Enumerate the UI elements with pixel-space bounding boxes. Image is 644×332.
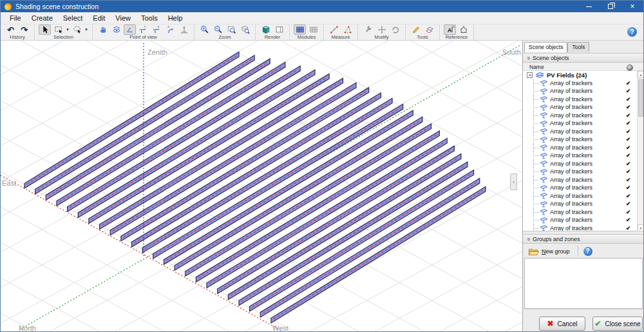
tracker-row[interactable] [142,99,392,253]
tree-item-array-of-trackers[interactable]: Array of trackers✔ [523,112,644,120]
close-button[interactable]: × [621,1,643,12]
zoom-all-button[interactable] [239,24,251,35]
objects-button[interactable] [423,24,435,35]
tree-item-array-of-trackers[interactable]: Array of trackers✔ [523,79,644,88]
tree-item-array-of-trackers[interactable]: Array of trackers✔ [523,144,644,152]
tree-item-array-of-trackers[interactable]: Array of trackers✔ [523,119,644,128]
visibility-check-icon[interactable]: ✔ [626,168,630,175]
tree-item-array-of-trackers[interactable]: Array of trackers✔ [523,135,644,144]
tree-item-array-of-trackers[interactable]: Array of trackers✔ [523,128,644,136]
rotate-object-button[interactable] [389,24,401,35]
tree-item-array-of-trackers[interactable]: Array of trackers✔ [523,87,644,95]
menu-select[interactable]: Select [58,13,88,23]
elevation-view-button[interactable] [178,24,190,35]
visibility-check-icon[interactable]: ✔ [626,96,630,103]
visibility-check-icon[interactable]: ✔ [626,217,630,223]
minimize-button[interactable] [578,1,600,12]
rotate-zy-button[interactable]: ZY [164,24,176,35]
groups-and-zones-header[interactable]: » Groups and zones [523,234,644,244]
menu-tools[interactable]: Tools [136,13,163,23]
visibility-check-icon[interactable]: ✔ [626,161,630,167]
visibility-check-icon[interactable]: ✔ [626,152,630,159]
rect-select-button[interactable] [52,24,64,35]
collapse-minus-icon[interactable] [527,72,533,78]
groups-help-icon[interactable]: ? [583,247,592,256]
visibility-check-icon[interactable]: ✔ [626,136,630,142]
visibility-check-icon[interactable]: ✔ [626,184,630,191]
pointer-button[interactable] [39,24,51,35]
menu-edit[interactable]: Edit [88,13,110,23]
scene-3d-canvas[interactable]: ZenithSouthEastNorthWest [1,41,522,332]
tree-item-array-of-trackers[interactable]: Array of trackers✔ [523,216,644,224]
visibility-check-icon[interactable]: ✔ [626,144,630,151]
building-reference-button[interactable] [457,24,469,35]
visibility-check-icon[interactable]: ✔ [626,209,630,215]
modules-off-button[interactable] [307,24,319,35]
visibility-check-icon[interactable]: ✔ [626,80,630,86]
visibility-check-icon[interactable]: ✔ [626,112,630,119]
visibility-check-icon[interactable]: ✔ [626,225,630,231]
visibility-check-icon[interactable]: ✔ [626,88,630,94]
groups-list-area[interactable] [524,258,643,309]
tree-item-array-of-trackers[interactable]: Array of trackers✔ [523,224,644,232]
axes-view-button[interactable] [124,24,136,35]
wrench-button[interactable] [362,24,374,35]
menu-view[interactable]: View [110,13,136,23]
modules-on-button[interactable] [294,24,306,35]
measure-angle-button[interactable] [341,24,354,35]
new-group-button[interactable]: New group [523,246,573,257]
scrollbar-thumb[interactable] [638,79,643,117]
rotate-xy-button[interactable]: xY [137,24,149,35]
tree-item-array-of-trackers[interactable]: Array of trackers✔ [523,184,644,192]
north-reference-button[interactable]: AN [444,24,456,35]
menu-create[interactable]: Create [26,13,58,23]
visibility-column-icon[interactable] [627,64,633,71]
render-plane-button[interactable] [273,24,285,35]
scroll-up-icon[interactable]: ▲ [638,71,644,78]
tab-tools[interactable]: Tools [567,42,589,52]
tree-item-pv-fields[interactable]: PV Fields (24) [523,71,644,79]
scroll-down-icon[interactable]: ▼ [638,224,644,231]
cancel-button[interactable]: ✖ Cancel [539,317,585,331]
sidebar-collapse-button[interactable]: › [510,173,517,190]
scene-3d-viewport[interactable]: ZenithSouthEastNorthWest [1,41,522,332]
menu-help[interactable]: Help [163,13,188,23]
undo-button[interactable]: ↶ [5,24,17,35]
visibility-check-icon[interactable]: ✔ [626,193,630,199]
pan-hand-button[interactable] [97,24,109,35]
tree-item-array-of-trackers[interactable]: Array of trackers✔ [523,176,644,184]
scene-objects-header[interactable]: » Scene objects [523,53,644,63]
move-button[interactable] [375,24,388,35]
orbit-view-button[interactable] [110,24,122,35]
tree-item-array-of-trackers[interactable]: Array of trackers✔ [523,200,644,208]
tree-item-array-of-trackers[interactable]: Array of trackers✔ [523,103,644,112]
measure-distance-button[interactable] [328,24,340,35]
lasso-select-button[interactable] [71,24,83,35]
menu-file[interactable]: File [5,13,26,23]
visibility-check-icon[interactable]: ✔ [626,104,630,110]
close-scene-button[interactable]: ✔ Close scene [592,317,643,331]
rect-select-dropdown-icon[interactable]: ▼ [66,28,70,32]
render-3d-button[interactable] [260,24,272,35]
tree-item-array-of-trackers[interactable]: Array of trackers✔ [523,192,644,200]
visibility-check-icon[interactable]: ✔ [626,177,630,183]
help-icon[interactable]: ? [627,27,637,37]
visibility-check-icon[interactable]: ✔ [626,200,630,207]
tree-item-array-of-trackers[interactable]: Array of trackers✔ [523,95,644,104]
zoom-window-button[interactable] [225,24,238,35]
rotate-xz-button[interactable]: xZ [151,24,163,35]
zoom-in-button[interactable] [198,24,211,35]
tab-scene-objects[interactable]: Scene objects [524,42,567,52]
tracker-row[interactable] [153,104,403,259]
tree-scrollbar[interactable]: ▲ ▼ [637,71,644,231]
tree-item-array-of-trackers[interactable]: Array of trackers✔ [523,151,644,160]
pencil-button[interactable] [410,24,422,35]
maximize-button[interactable] [600,1,621,12]
redo-button[interactable]: ↷ [18,24,30,35]
visibility-check-icon[interactable]: ✔ [626,128,630,135]
lasso-select-dropdown-icon[interactable]: ▼ [84,28,88,32]
visibility-check-icon[interactable]: ✔ [626,120,630,126]
tree-item-array-of-trackers[interactable]: Array of trackers✔ [523,160,644,168]
tree-item-array-of-trackers[interactable]: Array of trackers✔ [523,168,644,176]
zoom-out-button[interactable] [212,24,224,35]
